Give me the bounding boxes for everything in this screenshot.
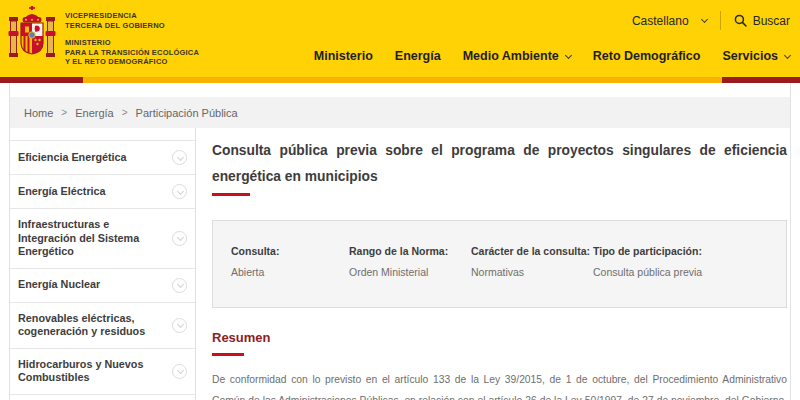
chevron-down-circle-icon — [172, 184, 187, 199]
ministry-line-1: MINISTERIO — [65, 38, 199, 48]
sidebar-item-hidrocarburos[interactable]: Hidrocarburos y Nuevos Combustibles — [10, 349, 195, 395]
stripe-red-segment-left — [0, 77, 83, 83]
nav-item-energia[interactable]: Energía — [395, 49, 441, 63]
language-selector[interactable]: Castellano — [632, 14, 707, 28]
info-value: Consulta pública previa — [593, 266, 786, 278]
info-field-caracter-consulta: Carácter de la consulta: Normativas — [471, 245, 593, 278]
vicepresidency-line-1: VICEPRESIDENCIA — [65, 11, 199, 21]
nav-item-medio-ambiente[interactable]: Medio Ambiente — [463, 49, 571, 63]
spain-coat-of-arms-icon — [8, 5, 56, 67]
info-label: Consulta: — [231, 245, 349, 257]
government-brand[interactable]: VICEPRESIDENCIA TERCERA DEL GOBIERNO MIN… — [8, 0, 199, 77]
site-header: VICEPRESIDENCIA TERCERA DEL GOBIERNO MIN… — [0, 0, 800, 83]
info-value: Orden Ministerial — [349, 266, 471, 278]
utility-bar: Castellano Buscar — [632, 0, 790, 30]
sidebar-item-renovables[interactable]: Renovables eléctricas, cogeneración y re… — [10, 303, 195, 349]
main-content: Consulta pública previa sobre el program… — [196, 128, 790, 400]
search-label: Buscar — [753, 14, 790, 28]
utility-divider — [720, 11, 721, 30]
chevron-down-circle-icon — [172, 364, 187, 379]
stripe-red-segment-right — [722, 77, 800, 83]
info-field-consulta: Consulta: Abierta — [231, 245, 349, 278]
main-navigation: Ministerio Energía Medio Ambiente Reto D… — [314, 49, 790, 63]
title-accent-underline — [212, 193, 250, 196]
breadcrumb-separator: > — [122, 107, 128, 118]
chevron-down-icon — [565, 51, 572, 58]
info-value: Abierta — [231, 266, 349, 278]
info-label: Rango de la Norma: — [349, 245, 471, 257]
search-icon — [734, 14, 747, 27]
breadcrumb-home[interactable]: Home — [24, 107, 53, 119]
consultation-info-box: Consulta: Abierta Rango de la Norma: Ord… — [212, 220, 787, 308]
nav-item-ministerio[interactable]: Ministerio — [314, 49, 373, 63]
chevron-down-circle-icon — [172, 150, 187, 165]
vicepresidency-line-2: TERCERA DEL GOBIERNO — [65, 21, 199, 31]
chevron-down-icon — [784, 51, 791, 58]
language-label: Castellano — [632, 14, 689, 28]
resumen-section-title: Resumen — [212, 330, 787, 345]
info-value: Normativas — [471, 266, 593, 278]
stripe-gold-segment — [83, 77, 722, 83]
breadcrumb-separator: > — [61, 107, 67, 118]
sidebar-item-infraestructuras[interactable]: Infraestructuras e Integración del Siste… — [10, 209, 195, 269]
nav-item-servicios[interactable]: Servicios — [722, 49, 790, 63]
sidebar: Eficiencia Energética Energía Eléctrica … — [10, 128, 196, 400]
search-button[interactable]: Buscar — [734, 14, 790, 28]
resumen-paragraph: De conformidad con lo previsto en el art… — [212, 369, 787, 400]
page-title: Consulta pública previa sobre el program… — [212, 138, 787, 190]
chevron-down-circle-icon — [172, 231, 187, 246]
info-field-tipo-participacion: Tipo de participación: Consulta pública … — [593, 245, 786, 278]
sidebar-item-energia-electrica[interactable]: Energía Eléctrica — [10, 175, 195, 209]
info-label: Tipo de participación: — [593, 245, 786, 257]
chevron-down-circle-icon — [172, 318, 187, 333]
info-field-rango-norma: Rango de la Norma: Orden Ministerial — [349, 245, 471, 278]
sidebar-item-eficiencia-energetica[interactable]: Eficiencia Energética — [10, 140, 195, 175]
page-container: Home > Energía > Participación Pública E… — [9, 83, 791, 400]
nav-item-reto-demografico[interactable]: Reto Demográfico — [593, 49, 701, 63]
sidebar-item-energia-nuclear[interactable]: Energía Nuclear — [10, 269, 195, 303]
ministry-line-3: Y EL RETO DEMOGRÁFICO — [65, 57, 199, 67]
header-accent-stripe — [0, 77, 800, 83]
header-right-column: Castellano Buscar Ministerio Energ — [314, 0, 790, 77]
ministry-name-block: VICEPRESIDENCIA TERCERA DEL GOBIERNO MIN… — [65, 5, 199, 77]
sidebar-item-mineria-explosivos[interactable]: Minería y Explosivos — [10, 395, 195, 400]
chevron-down-icon — [701, 16, 708, 23]
section-accent-underline — [212, 353, 244, 356]
chevron-down-circle-icon — [172, 278, 187, 293]
content-row: Eficiencia Energética Energía Eléctrica … — [10, 128, 790, 400]
info-label: Carácter de la consulta: — [471, 245, 593, 257]
header-top-bar: VICEPRESIDENCIA TERCERA DEL GOBIERNO MIN… — [0, 0, 800, 77]
breadcrumb-energia[interactable]: Energía — [75, 107, 114, 119]
ministry-line-2: PARA LA TRANSICIÓN ECOLÓGICA — [65, 48, 199, 58]
breadcrumb-current-page: Participación Pública — [136, 107, 238, 119]
breadcrumb: Home > Energía > Participación Pública — [10, 97, 790, 128]
